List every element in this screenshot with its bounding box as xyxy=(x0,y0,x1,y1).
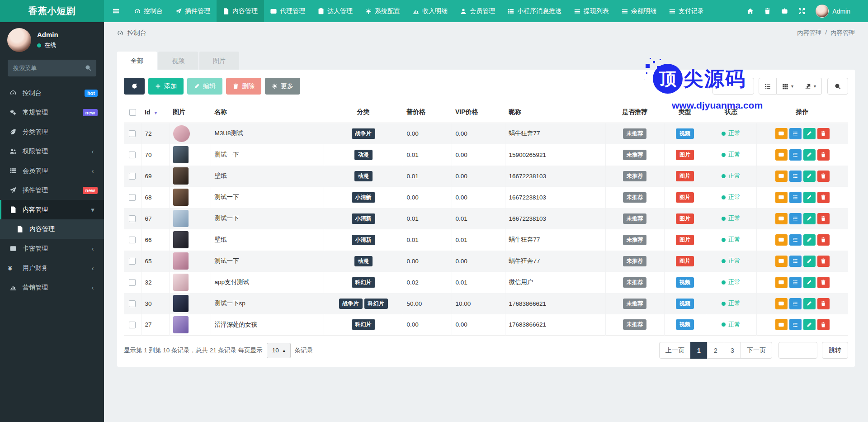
thumbnail[interactable] xyxy=(173,146,189,163)
column-header-2[interactable]: 名称 xyxy=(211,102,324,123)
row-action-trash-icon[interactable] xyxy=(817,171,830,182)
breadcrumb[interactable]: 控制台 xyxy=(117,29,146,37)
row-action-pencil-icon[interactable] xyxy=(803,149,816,161)
add-button[interactable]: 添加 xyxy=(148,78,184,95)
column-header-5[interactable]: VIP价格 xyxy=(452,102,505,123)
row-action-card-icon[interactable] xyxy=(775,128,788,139)
row-action-card-icon[interactable] xyxy=(775,277,788,288)
column-header-6[interactable]: 昵称 xyxy=(505,102,605,123)
row-checkbox[interactable] xyxy=(129,258,136,265)
nav-item-1[interactable]: 插件管理 xyxy=(169,0,217,22)
row-action-listol-icon[interactable] xyxy=(789,277,802,288)
table-row[interactable]: 69壁纸动漫0.010.0016672238103未推荐图片正常 xyxy=(124,166,848,187)
column-header-1[interactable]: 图片 xyxy=(169,102,211,123)
thumbnail[interactable] xyxy=(173,252,189,270)
table-row[interactable]: 70测试一下动漫0.010.0015900265921未推荐图片正常 xyxy=(124,144,848,166)
column-header-3[interactable]: 分类 xyxy=(324,102,403,123)
nav-item-7[interactable]: 会员管理 xyxy=(454,0,501,22)
select-all-checkbox[interactable] xyxy=(129,109,136,116)
row-action-pencil-icon[interactable] xyxy=(803,277,816,288)
row-action-trash-icon[interactable] xyxy=(817,319,830,330)
row-action-pencil-icon[interactable] xyxy=(803,171,816,182)
sidebar-item-9[interactable]: 营销管理‹ xyxy=(0,278,104,297)
tab-0[interactable]: 全部 xyxy=(117,52,157,70)
sidebar-item-4[interactable]: 会员管理‹ xyxy=(0,161,104,180)
row-checkbox[interactable] xyxy=(129,322,136,328)
row-action-pencil-icon[interactable] xyxy=(803,319,816,330)
prev-page-button[interactable]: 上一页 xyxy=(659,342,691,359)
edit-button[interactable]: 编辑 xyxy=(187,78,222,95)
nav-item-9[interactable]: 提现列表 xyxy=(568,0,615,22)
row-action-card-icon[interactable] xyxy=(775,319,788,330)
row-action-listol-icon[interactable] xyxy=(789,171,802,182)
sidebar-toggle-button[interactable] xyxy=(104,0,128,22)
thumbnail[interactable] xyxy=(173,274,189,291)
nav-item-8[interactable]: 小程序消息推送 xyxy=(501,0,568,22)
table-row[interactable]: 27沼泽深处的女孩科幻片0.000.0017683866621未推荐视频正常 xyxy=(124,314,848,336)
row-action-card-icon[interactable] xyxy=(775,256,788,267)
nav-item-4[interactable]: 达人管理 xyxy=(311,0,359,22)
row-action-pencil-icon[interactable] xyxy=(803,256,816,267)
row-checkbox[interactable] xyxy=(129,173,136,180)
page-size-select[interactable]: 10 ▴ xyxy=(267,343,291,358)
columns-button[interactable]: ▾ xyxy=(777,78,799,95)
table-row[interactable]: 67测试一下小清新0.010.0116672238103未推荐图片正常 xyxy=(124,208,848,229)
row-action-listol-icon[interactable] xyxy=(789,319,802,330)
nav-item-11[interactable]: 支付记录 xyxy=(663,0,710,22)
row-action-listol-icon[interactable] xyxy=(789,192,802,203)
app-logo[interactable]: 香蕉小短剧 xyxy=(0,0,104,22)
row-action-trash-icon[interactable] xyxy=(817,277,830,288)
table-row[interactable]: 66壁纸小清新0.010.01蜗牛狂奔77未推荐图片正常 xyxy=(124,229,848,251)
sidebar-item-2[interactable]: 分类管理 xyxy=(0,122,104,142)
nav-item-0[interactable]: 控制台 xyxy=(128,0,169,22)
sidebar-item-5[interactable]: 插件管理new xyxy=(0,180,104,200)
nav-item-5[interactable]: 系统配置 xyxy=(359,0,406,22)
jump-page-input[interactable] xyxy=(778,342,817,359)
nav-item-3[interactable]: 代理管理 xyxy=(264,0,311,22)
row-action-card-icon[interactable] xyxy=(775,213,788,224)
search-icon[interactable] xyxy=(85,65,91,71)
search-button[interactable] xyxy=(827,78,848,95)
nav-item-6[interactable]: 收入明细 xyxy=(406,0,454,22)
row-action-trash-icon[interactable] xyxy=(817,298,830,309)
next-page-button[interactable]: 下一页 xyxy=(741,342,772,359)
column-header-9[interactable]: 状态 xyxy=(706,102,756,123)
row-action-card-icon[interactable] xyxy=(775,192,788,203)
navbar-user[interactable]: Admin xyxy=(816,5,850,18)
home-icon[interactable] xyxy=(747,8,754,14)
row-action-trash-icon[interactable] xyxy=(817,192,830,203)
row-action-pencil-icon[interactable] xyxy=(803,192,816,203)
row-action-listol-icon[interactable] xyxy=(789,256,802,267)
sidebar-item-3[interactable]: 权限管理‹ xyxy=(0,142,104,161)
row-action-listol-icon[interactable] xyxy=(789,234,802,246)
row-checkbox[interactable] xyxy=(129,279,136,286)
export-button[interactable]: ▾ xyxy=(799,78,822,95)
table-row[interactable]: 30测试一下sp战争片科幻片50.0010.0017683866621未推荐视频… xyxy=(124,293,848,314)
column-header-7[interactable]: 是否推荐 xyxy=(605,102,664,123)
row-action-listol-icon[interactable] xyxy=(789,128,802,139)
column-header-4[interactable]: 普价格 xyxy=(403,102,452,123)
row-action-card-icon[interactable] xyxy=(775,149,788,161)
thumbnail[interactable] xyxy=(173,125,190,142)
sidebar-item-8[interactable]: ¥用户财务‹ xyxy=(0,258,104,278)
detail-view-button[interactable] xyxy=(759,78,777,95)
row-action-trash-icon[interactable] xyxy=(817,256,830,267)
row-checkbox[interactable] xyxy=(129,215,136,222)
thumbnail[interactable] xyxy=(173,189,189,206)
row-action-pencil-icon[interactable] xyxy=(803,234,816,246)
row-action-trash-icon[interactable] xyxy=(817,149,830,161)
thumbnail[interactable] xyxy=(173,316,189,333)
sidebar-item-7[interactable]: 卡密管理‹ xyxy=(0,239,104,258)
tab-1[interactable]: 视频 xyxy=(158,52,198,70)
thumbnail[interactable] xyxy=(173,210,189,227)
row-action-trash-icon[interactable] xyxy=(817,128,830,139)
table-row[interactable]: 72M3U8测试战争片0.000.00蜗牛狂奔77未推荐视频正常 xyxy=(124,123,848,144)
nav-item-10[interactable]: 余额明细 xyxy=(615,0,663,22)
thumbnail[interactable] xyxy=(173,231,189,248)
table-row[interactable]: 68测试一下小清新0.000.0016672238103未推荐图片正常 xyxy=(124,187,848,208)
row-checkbox[interactable] xyxy=(129,300,136,307)
row-action-card-icon[interactable] xyxy=(775,234,788,246)
table-search-input[interactable] xyxy=(712,78,754,95)
row-action-trash-icon[interactable] xyxy=(817,234,830,246)
column-header-0[interactable]: Id▼ xyxy=(141,102,169,123)
